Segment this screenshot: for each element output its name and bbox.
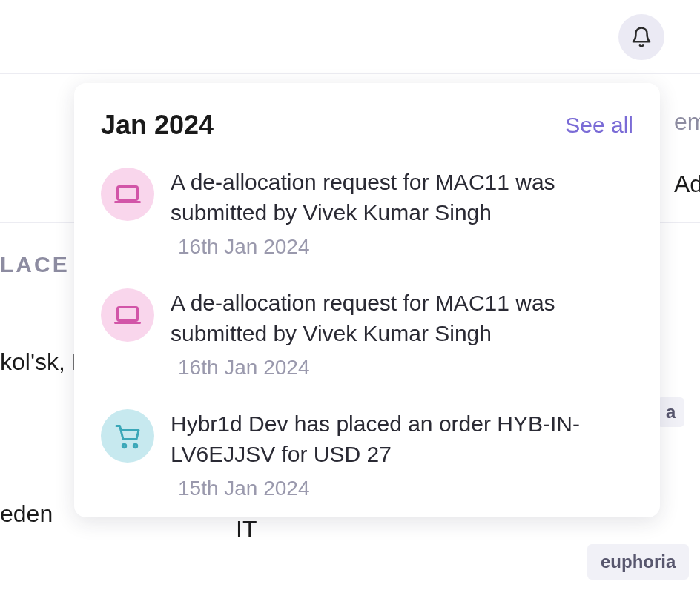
notification-date: 16th Jan 2024 bbox=[178, 235, 633, 259]
laptop-icon bbox=[101, 288, 154, 342]
notification-text: A de-allocation request for MAC11 was su… bbox=[171, 168, 633, 228]
panel-title: Jan 2024 bbox=[101, 110, 214, 141]
panel-header: Jan 2024 See all bbox=[101, 110, 633, 141]
notifications-bell-button[interactable] bbox=[618, 14, 664, 60]
see-all-link[interactable]: See all bbox=[565, 113, 633, 138]
top-header bbox=[0, 0, 700, 74]
notification-item[interactable]: Hybr1d Dev has placed an order HYB-IN-LV… bbox=[101, 409, 633, 500]
bg-it-text: IT bbox=[236, 516, 257, 543]
notification-item[interactable]: A de-allocation request for MAC11 was su… bbox=[101, 168, 633, 259]
bg-eden-text: eden bbox=[0, 500, 53, 528]
svg-point-5 bbox=[133, 444, 137, 448]
notification-body: A de-allocation request for MAC11 was su… bbox=[171, 168, 633, 259]
bell-icon bbox=[630, 26, 653, 48]
svg-point-4 bbox=[122, 444, 126, 448]
notifications-panel: Jan 2024 See all A de-allocation request… bbox=[74, 83, 660, 517]
laptop-icon bbox=[101, 168, 154, 221]
notification-item[interactable]: A de-allocation request for MAC11 was su… bbox=[101, 288, 633, 380]
svg-rect-2 bbox=[118, 308, 138, 321]
notification-text: Hybr1d Dev has placed an order HYB-IN-LV… bbox=[171, 409, 633, 469]
cart-icon bbox=[101, 409, 154, 463]
notification-date: 15th Jan 2024 bbox=[178, 477, 633, 500]
tag-partial-a: a bbox=[657, 397, 684, 427]
notification-body: Hybr1d Dev has placed an order HYB-IN-LV… bbox=[171, 409, 633, 500]
notification-date: 16th Jan 2024 bbox=[178, 356, 633, 380]
tag-euphoria[interactable]: euphoria bbox=[587, 544, 689, 580]
notification-body: A de-allocation request for MAC11 was su… bbox=[171, 288, 633, 380]
svg-rect-0 bbox=[118, 187, 138, 200]
bg-text-right: Ad bbox=[674, 170, 700, 198]
bg-label-place: LACE bbox=[0, 252, 70, 277]
bg-text-muted: em bbox=[674, 108, 700, 136]
notification-text: A de-allocation request for MAC11 was su… bbox=[171, 288, 633, 348]
